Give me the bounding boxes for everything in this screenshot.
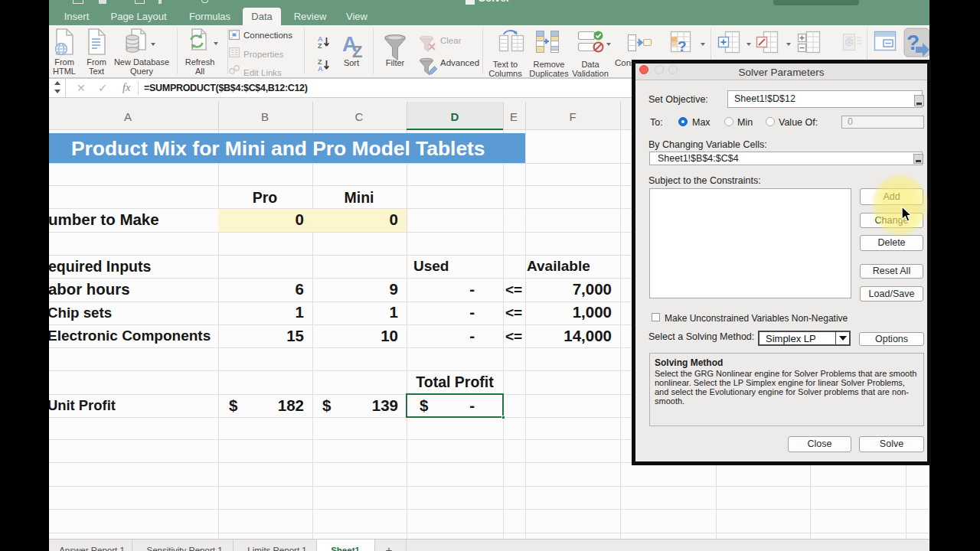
svg-text:Z: Z bbox=[318, 42, 322, 50]
svg-text:A: A bbox=[318, 65, 323, 73]
svg-text:?: ? bbox=[678, 38, 687, 54]
svg-text:Z: Z bbox=[352, 42, 362, 61]
